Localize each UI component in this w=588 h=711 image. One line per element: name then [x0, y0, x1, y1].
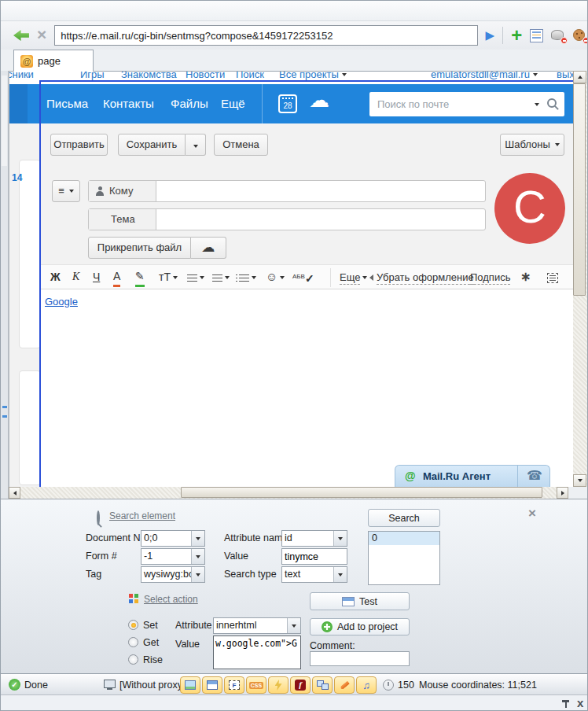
link-search[interactable]: Поиск — [236, 72, 264, 80]
subject-input[interactable] — [158, 210, 484, 229]
nav-contacts[interactable]: Контакты — [103, 84, 154, 123]
mailru-agent-bar[interactable]: @ Mail.Ru Агент ☎ — [395, 465, 550, 487]
nav-more[interactable]: Ещё — [221, 84, 245, 123]
toggle-css-button[interactable]: CSS — [246, 676, 266, 694]
toggle-images-button[interactable] — [180, 676, 200, 694]
recipients-menu-button[interactable]: ≡ — [52, 180, 80, 202]
message-body[interactable]: Google @ Mail.Ru Агент ☎ — [41, 289, 573, 487]
cloud-icon[interactable]: ☁ — [309, 88, 329, 112]
add-tab-icon[interactable]: + — [511, 28, 522, 43]
toggle-pen-button[interactable] — [334, 676, 355, 694]
mail-search-input[interactable] — [369, 92, 527, 116]
pin-icon[interactable] — [562, 700, 569, 708]
radio-get[interactable] — [128, 637, 138, 647]
link-games[interactable]: Игры — [80, 72, 105, 80]
more-format-button[interactable]: Еще — [340, 265, 367, 289]
spellcheck-button[interactable]: АБВ✓ — [292, 265, 314, 289]
action-value-textarea[interactable]: w.google.com">G — [213, 635, 301, 669]
save-dropdown-button[interactable] — [186, 134, 206, 156]
radio-rise-label[interactable]: Rise — [143, 654, 163, 665]
search-icon[interactable] — [547, 98, 557, 108]
attribute-name-caret[interactable] — [333, 531, 347, 546]
panel-close-icon[interactable]: × — [528, 506, 536, 521]
list-button[interactable] — [239, 265, 256, 289]
document-combo-caret[interactable] — [191, 531, 204, 546]
clear-format-button[interactable]: Убрать оформление — [369, 265, 474, 289]
search-scope-caret[interactable] — [535, 103, 539, 106]
attach-from-cloud-button[interactable]: ☁ — [191, 237, 226, 259]
form-fill-icon[interactable] — [530, 29, 543, 42]
align-button[interactable] — [187, 265, 204, 289]
tag-combo[interactable]: wysiwyg:body — [141, 566, 205, 583]
toggle-frames-button[interactable]: F — [224, 676, 244, 694]
bold-button[interactable]: Ж — [50, 265, 61, 289]
back-icon[interactable] — [13, 30, 29, 41]
link-odnoklassniki[interactable]: Одноклассники — [9, 72, 34, 80]
link-dating[interactable]: Знакомства — [121, 72, 177, 80]
document-combo[interactable]: 0;0 — [141, 530, 205, 547]
nav-files[interactable]: Файлы — [171, 84, 208, 123]
form-combo[interactable]: -1 — [141, 548, 205, 565]
font-color-button[interactable]: А — [113, 267, 120, 287]
search-type-caret[interactable] — [333, 567, 347, 582]
attach-file-button[interactable]: Прикрепить файл — [88, 237, 191, 259]
scroll-up-button[interactable] — [573, 71, 586, 83]
templates-button[interactable]: Шаблоны — [500, 134, 564, 156]
value-input[interactable] — [281, 548, 347, 565]
nav-letters[interactable]: Письма — [46, 84, 88, 123]
toggle-flash-button[interactable]: f — [290, 676, 311, 694]
emoji-button[interactable]: ☺ — [266, 265, 285, 289]
search-element-title[interactable]: Search element — [109, 510, 175, 521]
tag-combo-caret[interactable] — [191, 567, 204, 582]
highlight-button[interactable]: ✎ — [135, 267, 145, 287]
stop-icon[interactable]: × — [37, 29, 46, 40]
test-button[interactable]: Test — [310, 592, 410, 610]
send-button[interactable]: Отправить — [50, 134, 108, 156]
horizontal-scroll-thumb[interactable] — [181, 487, 542, 498]
clear-cookies-icon[interactable] — [573, 28, 587, 42]
template-stamp-icon[interactable] — [547, 265, 558, 289]
underline-button[interactable]: Ч — [93, 265, 100, 289]
toggle-monitor-button[interactable] — [312, 676, 333, 694]
account-menu[interactable]: emulatorstdll@mail.ru — [431, 72, 538, 80]
bottom-close-icon[interactable]: x — [577, 696, 583, 709]
attribute-name-combo[interactable]: id — [281, 530, 347, 547]
radio-get-label[interactable]: Get — [143, 637, 159, 648]
results-listbox[interactable]: 0 — [368, 531, 440, 585]
go-icon[interactable]: ▶ — [486, 28, 495, 42]
radio-set[interactable] — [128, 620, 138, 630]
scroll-right-button[interactable] — [557, 487, 568, 499]
select-action-title[interactable]: Select action — [144, 594, 198, 605]
save-button[interactable]: Сохранить — [118, 134, 186, 156]
vertical-scrollbar[interactable] — [573, 71, 587, 487]
body-google-link[interactable]: Google — [45, 296, 78, 308]
link-projects[interactable]: Все проекты — [279, 72, 347, 80]
italic-button[interactable]: К — [72, 265, 79, 289]
tab-page[interactable]: @ page — [13, 50, 94, 72]
vertical-scroll-thumb[interactable] — [573, 83, 586, 296]
scroll-left-button[interactable] — [9, 487, 20, 499]
to-input[interactable] — [158, 182, 484, 201]
indent-button[interactable] — [212, 265, 230, 289]
settings-gear-icon[interactable]: ∗ — [520, 265, 531, 289]
toggle-popups-button[interactable] — [202, 676, 222, 694]
url-input[interactable] — [54, 25, 477, 46]
toggle-scripts-button[interactable] — [268, 676, 288, 694]
radio-rise[interactable] — [128, 654, 138, 665]
phone-icon[interactable]: ☎ — [527, 468, 542, 483]
add-to-project-button[interactable]: Add to project — [310, 618, 410, 635]
font-size-button[interactable]: тТ — [159, 265, 178, 289]
link-news[interactable]: Новости — [186, 72, 225, 80]
search-type-combo[interactable]: text — [281, 566, 347, 583]
clear-database-icon[interactable] — [551, 28, 565, 42]
radio-set-label[interactable]: Set — [143, 620, 158, 631]
logout-link[interactable]: выход — [557, 72, 573, 80]
toggle-sound-button[interactable]: ♫ — [356, 676, 377, 694]
attribute-caret[interactable] — [287, 618, 300, 633]
attribute-combo[interactable]: innerhtml — [213, 617, 301, 634]
horizontal-scrollbar[interactable] — [9, 487, 568, 499]
signature-button[interactable]: Подпись — [470, 265, 510, 289]
result-item[interactable]: 0 — [369, 532, 439, 545]
comment-input[interactable] — [310, 651, 410, 666]
scroll-down-button[interactable] — [573, 474, 586, 487]
